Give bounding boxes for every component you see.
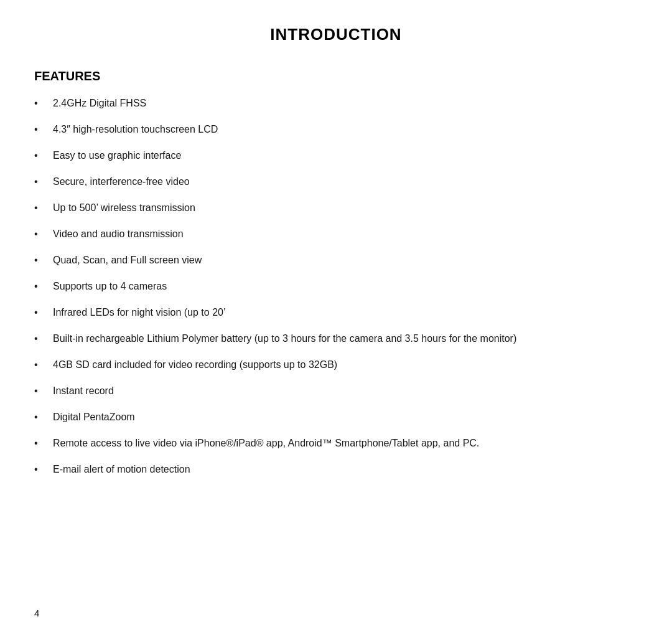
- features-list: •2.4GHz Digital FHSS•4.3″ high-resolutio…: [34, 96, 638, 477]
- bullet-icon: •: [34, 96, 47, 111]
- list-item: •2.4GHz Digital FHSS: [34, 96, 638, 111]
- list-item: •4.3″ high-resolution touchscreen LCD: [34, 122, 638, 137]
- list-item: •Up to 500’ wireless transmission: [34, 201, 638, 215]
- list-item-text: Easy to use graphic interface: [53, 148, 181, 163]
- list-item: •Built-in rechargeable Lithium Polymer b…: [34, 331, 638, 346]
- bullet-icon: •: [34, 201, 47, 215]
- list-item: •Remote access to live video via iPhone®…: [34, 436, 638, 451]
- list-item: •Infrared LEDs for night vision (up to 2…: [34, 305, 638, 320]
- list-item-text: Secure, interference-free video: [53, 174, 190, 189]
- list-item-text: Digital PentaZoom: [53, 410, 135, 425]
- bullet-icon: •: [34, 462, 47, 477]
- list-item: •Instant record: [34, 384, 638, 399]
- page-title: INTRODUCTION: [34, 25, 638, 44]
- page-number: 4: [34, 608, 39, 618]
- list-item: •Digital PentaZoom: [34, 410, 638, 425]
- list-item-text: Instant record: [53, 384, 114, 399]
- bullet-icon: •: [34, 148, 47, 163]
- list-item: •4GB SD card included for video recordin…: [34, 357, 638, 372]
- bullet-icon: •: [34, 410, 47, 425]
- list-item-text: Built-in rechargeable Lithium Polymer ba…: [53, 331, 516, 346]
- features-heading: FEATURES: [34, 69, 638, 83]
- list-item-text: 4.3″ high-resolution touchscreen LCD: [53, 122, 218, 137]
- list-item: •Easy to use graphic interface: [34, 148, 638, 163]
- bullet-icon: •: [34, 227, 47, 242]
- list-item-text: 4GB SD card included for video recording…: [53, 357, 337, 372]
- bullet-icon: •: [34, 384, 47, 399]
- bullet-icon: •: [34, 253, 47, 268]
- list-item-text: Infrared LEDs for night vision (up to 20…: [53, 305, 225, 320]
- bullet-icon: •: [34, 357, 47, 372]
- bullet-icon: •: [34, 331, 47, 346]
- bullet-icon: •: [34, 122, 47, 137]
- list-item-text: 2.4GHz Digital FHSS: [53, 96, 146, 111]
- bullet-icon: •: [34, 174, 47, 189]
- list-item: •Secure, interference-free video: [34, 174, 638, 189]
- list-item: •E-mail alert of motion detection: [34, 462, 638, 477]
- list-item-text: Up to 500’ wireless transmission: [53, 201, 195, 215]
- list-item-text: Video and audio transmission: [53, 227, 184, 242]
- list-item-text: Quad, Scan, and Full screen view: [53, 253, 202, 268]
- list-item: •Video and audio transmission: [34, 227, 638, 242]
- bullet-icon: •: [34, 305, 47, 320]
- bullet-icon: •: [34, 436, 47, 451]
- page-container: INTRODUCTION FEATURES •2.4GHz Digital FH…: [0, 0, 672, 526]
- list-item-text: E-mail alert of motion detection: [53, 462, 190, 477]
- list-item-text: Supports up to 4 cameras: [53, 279, 167, 294]
- list-item: •Supports up to 4 cameras: [34, 279, 638, 294]
- list-item: •Quad, Scan, and Full screen view: [34, 253, 638, 268]
- list-item-text: Remote access to live video via iPhone®/…: [53, 436, 479, 451]
- bullet-icon: •: [34, 279, 47, 294]
